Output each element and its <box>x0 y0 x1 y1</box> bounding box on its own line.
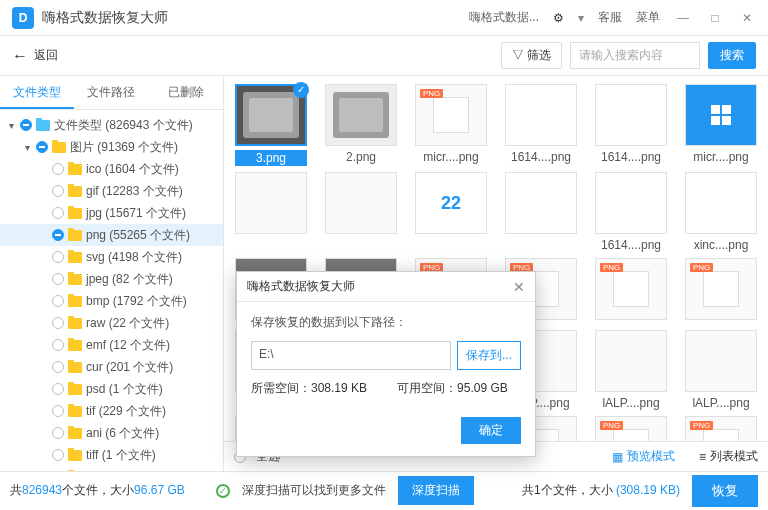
tree-label: ani (6 个文件) <box>86 425 159 442</box>
folder-icon <box>68 318 82 329</box>
folder-icon <box>68 362 82 373</box>
file-cell[interactable]: micr....png <box>678 84 764 166</box>
file-cell[interactable]: PNG <box>678 258 764 324</box>
tree-checkbox[interactable] <box>52 339 64 351</box>
recover-button[interactable]: 恢复 <box>692 475 758 507</box>
folder-icon <box>36 120 50 131</box>
tree-row[interactable]: tif (229 个文件) <box>0 400 223 422</box>
thumbnail <box>685 172 757 234</box>
file-cell[interactable]: PNGmicr....png <box>408 84 494 166</box>
total-summary: 共826943个文件，大小96.67 GB <box>10 482 185 499</box>
thumbnail: PNG <box>415 84 487 146</box>
list-mode-button[interactable]: ≡ 列表模式 <box>699 448 758 465</box>
tab-2[interactable]: 已删除 <box>149 76 223 109</box>
tree-row[interactable]: bmp (1792 个文件) <box>0 290 223 312</box>
file-cell[interactable]: 1614....png <box>588 84 674 166</box>
tree-row[interactable]: eps (2 个文件) <box>0 466 223 471</box>
tree-checkbox[interactable] <box>52 185 64 197</box>
file-cell[interactable] <box>228 172 314 252</box>
tree-label: jpg (15671 个文件) <box>86 205 186 222</box>
search-input[interactable]: 请输入搜索内容 <box>570 42 700 69</box>
tree-row[interactable]: ▾文件类型 (826943 个文件) <box>0 114 223 136</box>
tree-checkbox[interactable] <box>52 273 64 285</box>
file-cell[interactable]: lALP....png <box>588 330 674 410</box>
file-cell[interactable]: 22 <box>408 172 494 252</box>
toggle-icon[interactable]: ▾ <box>6 120 16 131</box>
file-cell[interactable]: PNG <box>588 416 674 441</box>
tree-checkbox[interactable] <box>52 361 64 373</box>
tree-row[interactable]: jpeg (82 个文件) <box>0 268 223 290</box>
file-cell[interactable]: 1614....png <box>588 172 674 252</box>
menu-link[interactable]: 菜单 <box>636 9 660 26</box>
tree-row[interactable]: jpg (15671 个文件) <box>0 202 223 224</box>
file-name: micr....png <box>415 150 487 164</box>
folder-icon <box>68 450 82 461</box>
file-cell[interactable] <box>318 172 404 252</box>
tree-checkbox[interactable] <box>52 229 64 241</box>
tree-row[interactable]: emf (12 个文件) <box>0 334 223 356</box>
tree-checkbox[interactable] <box>52 317 64 329</box>
tree-checkbox[interactable] <box>52 449 64 461</box>
tree-checkbox[interactable] <box>36 141 48 153</box>
selection-summary: 共1个文件，大小 (308.19 KB) <box>522 482 680 499</box>
minimize-icon[interactable]: — <box>674 9 692 27</box>
tree-checkbox[interactable] <box>52 405 64 417</box>
tree-row[interactable]: cur (201 个文件) <box>0 356 223 378</box>
avail-space: 可用空间：95.09 GB <box>397 380 508 397</box>
browse-button[interactable]: 保存到... <box>457 341 521 370</box>
filter-button[interactable]: ▽ 筛选 <box>501 42 562 69</box>
tree-checkbox[interactable] <box>52 383 64 395</box>
toggle-icon[interactable]: ▾ <box>22 142 32 153</box>
tree-checkbox[interactable] <box>52 427 64 439</box>
tree-row[interactable]: tiff (1 个文件) <box>0 444 223 466</box>
file-cell[interactable]: PNG <box>588 258 674 324</box>
tree-label: 文件类型 (826943 个文件) <box>54 117 193 134</box>
path-input[interactable]: E:\ <box>251 341 451 370</box>
tree-checkbox[interactable] <box>52 163 64 175</box>
ok-button[interactable]: 确定 <box>461 417 521 444</box>
thumbnail <box>235 172 307 234</box>
file-name: 3.png <box>235 150 307 166</box>
tree-checkbox[interactable] <box>20 119 32 131</box>
tab-0[interactable]: 文件类型 <box>0 76 74 109</box>
gear-icon[interactable]: ⚙ <box>553 11 564 25</box>
search-button[interactable]: 搜索 <box>708 42 756 69</box>
tree-row[interactable]: ▾图片 (91369 个文件) <box>0 136 223 158</box>
folder-icon <box>68 208 82 219</box>
tree-label: png (55265 个文件) <box>86 227 190 244</box>
close-icon[interactable]: ✕ <box>738 9 756 27</box>
tree-label: gif (12283 个文件) <box>86 183 183 200</box>
save-dialog: 嗨格式数据恢复大师 ✕ 保存恢复的数据到以下路径： E:\ 保存到... 所需空… <box>236 271 536 457</box>
file-cell[interactable]: 1614....png <box>498 84 584 166</box>
file-cell[interactable]: xinc....png <box>678 172 764 252</box>
support-link[interactable]: 客服 <box>598 9 622 26</box>
dialog-close-icon[interactable]: ✕ <box>513 279 525 295</box>
tree-row[interactable]: ico (1604 个文件) <box>0 158 223 180</box>
file-cell[interactable]: ✓3.png <box>228 84 314 166</box>
tree-row[interactable]: raw (22 个文件) <box>0 312 223 334</box>
tree-row[interactable]: svg (4198 个文件) <box>0 246 223 268</box>
tree-checkbox[interactable] <box>52 207 64 219</box>
tree-checkbox[interactable] <box>52 295 64 307</box>
filter-icon: ▽ <box>512 48 527 62</box>
dropdown-icon[interactable]: ▾ <box>578 11 584 25</box>
tree-row[interactable]: png (55265 个文件) <box>0 224 223 246</box>
deep-scan-button[interactable]: 深度扫描 <box>398 476 474 505</box>
title-tab[interactable]: 嗨格式数据... <box>469 9 539 26</box>
tree-row[interactable]: psd (1 个文件) <box>0 378 223 400</box>
folder-icon <box>68 406 82 417</box>
back-button[interactable]: ← 返回 <box>12 47 58 65</box>
preview-mode-button[interactable]: ▦ 预览模式 <box>612 448 675 465</box>
thumbnail <box>325 84 397 146</box>
tab-1[interactable]: 文件路径 <box>74 76 148 109</box>
tree-label: ico (1604 个文件) <box>86 161 179 178</box>
tree-row[interactable]: ani (6 个文件) <box>0 422 223 444</box>
tree-checkbox[interactable] <box>52 251 64 263</box>
file-cell[interactable]: PNG <box>678 416 764 441</box>
file-cell[interactable] <box>498 172 584 252</box>
tree-label: svg (4198 个文件) <box>86 249 182 266</box>
maximize-icon[interactable]: □ <box>706 9 724 27</box>
tree-row[interactable]: gif (12283 个文件) <box>0 180 223 202</box>
file-cell[interactable]: lALP....png <box>678 330 764 410</box>
file-cell[interactable]: 2.png <box>318 84 404 166</box>
